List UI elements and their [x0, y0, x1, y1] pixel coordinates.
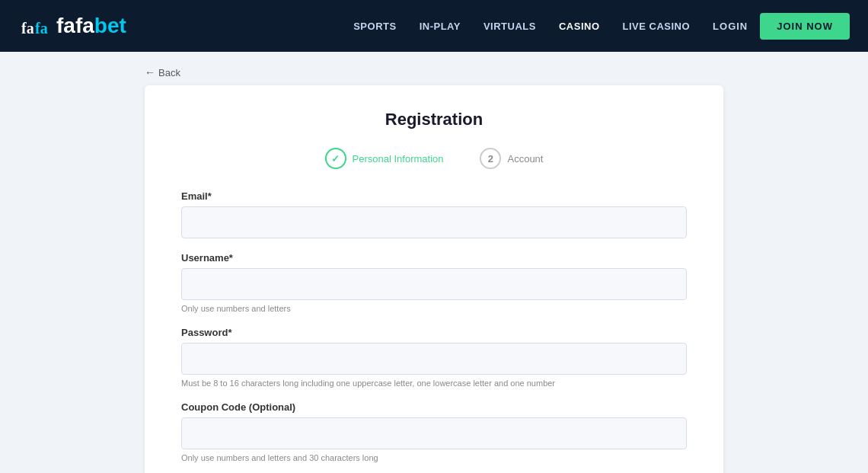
- coupon-hint: Only use numbers and letters and 30 char…: [181, 453, 687, 462]
- coupon-label: Coupon Code (Optional): [181, 401, 687, 413]
- step2-label: Account: [507, 153, 543, 165]
- password-label: Password*: [181, 327, 687, 338]
- registration-steps: ✓ Personal Information 2 Account: [181, 148, 687, 169]
- login-button[interactable]: LOGIN: [713, 21, 748, 32]
- username-label: Username*: [181, 252, 687, 264]
- password-hint: Must be 8 to 16 characters long includin…: [181, 379, 687, 388]
- step-account: 2 Account: [480, 148, 543, 169]
- email-field-group: Email*: [181, 190, 687, 238]
- username-input[interactable]: [181, 268, 687, 300]
- username-hint: Only use numbers and letters: [181, 304, 687, 313]
- back-label: Back: [158, 67, 180, 78]
- step2-circle: 2: [480, 148, 501, 169]
- nav-casino[interactable]: CASINO: [559, 21, 600, 32]
- username-field-group: Username* Only use numbers and letters: [181, 252, 687, 313]
- logo-text: fafabet: [56, 14, 126, 38]
- registration-title: Registration: [181, 110, 687, 129]
- password-field-group: Password* Must be 8 to 16 characters lon…: [181, 327, 687, 388]
- step1-circle: ✓: [325, 148, 346, 169]
- back-link[interactable]: ← Back: [145, 66, 180, 78]
- password-input[interactable]: [181, 343, 687, 375]
- email-label: Email*: [181, 190, 687, 202]
- svg-text:fa: fa: [35, 20, 48, 37]
- nav-inplay[interactable]: IN-PLAY: [420, 21, 461, 32]
- nav-virtuals[interactable]: VIRTUALS: [483, 21, 536, 32]
- svg-text:fa: fa: [21, 20, 34, 37]
- logo: fa fa fafabet: [18, 9, 126, 43]
- nav-live-casino[interactable]: LIVE CASINO: [623, 21, 691, 32]
- coupon-input[interactable]: [181, 417, 687, 449]
- join-button[interactable]: JOIN NOW: [760, 13, 850, 40]
- step1-label: Personal Information: [353, 153, 444, 165]
- nav-sports[interactable]: SPORTS: [353, 21, 396, 32]
- back-arrow-icon: ←: [145, 66, 155, 78]
- email-input[interactable]: [181, 206, 687, 238]
- step-personal: ✓ Personal Information: [325, 148, 444, 169]
- registration-form: Registration ✓ Personal Information 2 Ac…: [145, 85, 723, 473]
- coupon-field-group: Coupon Code (Optional) Only use numbers …: [181, 401, 687, 462]
